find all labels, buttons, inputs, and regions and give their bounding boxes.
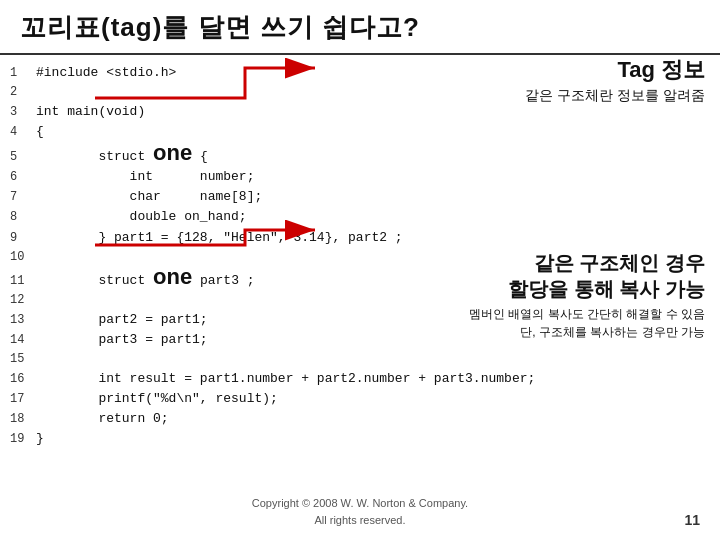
table-row: 18 return 0; — [10, 409, 710, 429]
line-number: 8 — [10, 208, 28, 227]
code-text: struct — [36, 147, 153, 167]
page-title: 꼬리표(tag)를 달면 쓰기 쉽다고? — [20, 12, 420, 42]
line-number: 11 — [10, 272, 28, 291]
keyword-one: one — [153, 266, 192, 288]
line-number: 14 — [10, 331, 28, 350]
struct-info-title: 같은 구조체인 경우 할당을 통해 복사 가능 — [469, 250, 705, 302]
line-number: 19 — [10, 430, 28, 449]
code-text: } — [36, 429, 44, 449]
code-text: #include <stdio.h> — [36, 63, 176, 83]
line-number: 17 — [10, 390, 28, 409]
line-number: 5 — [10, 148, 28, 167]
main-content: 1#include <stdio.h>23int main(void)4{5 s… — [0, 55, 720, 449]
line-number: 3 — [10, 103, 28, 122]
line-number: 7 — [10, 188, 28, 207]
code-text-after: { — [192, 147, 208, 167]
line-number: 15 — [10, 350, 28, 369]
table-row: 8 double on_hand; — [10, 207, 710, 227]
code-text-after: part3 ; — [192, 271, 254, 291]
table-row: 17 printf("%d\n", result); — [10, 389, 710, 409]
code-text: double on_hand; — [36, 207, 247, 227]
footer: Copyright © 2008 W. W. Norton & Company.… — [0, 495, 720, 528]
line-number: 2 — [10, 83, 28, 102]
code-text: part3 = part1; — [36, 330, 208, 350]
page-container: 꼬리표(tag)를 달면 쓰기 쉽다고? 1#include <stdio.h>… — [0, 0, 720, 540]
keyword-one: one — [153, 142, 192, 164]
table-row: 7 char name[8]; — [10, 187, 710, 207]
code-text: int main(void) — [36, 102, 145, 122]
code-text: return 0; — [36, 409, 169, 429]
copyright-text: Copyright © 2008 W. W. Norton & Company.… — [0, 495, 720, 528]
tag-info-description: 같은 구조체란 정보를 알려줌 — [525, 87, 705, 105]
table-row: 6 int number; — [10, 167, 710, 187]
table-row: 15 — [10, 350, 710, 369]
code-text: char name[8]; — [36, 187, 262, 207]
table-row: 4{ — [10, 122, 710, 142]
table-row: 5 struct one { — [10, 142, 710, 167]
tag-info-title: Tag 정보 — [525, 55, 705, 85]
code-text: struct — [36, 271, 153, 291]
code-text: int result = part1.number + part2.number… — [36, 369, 535, 389]
code-text: printf("%d\n", result); — [36, 389, 278, 409]
line-number: 9 — [10, 229, 28, 248]
line-number: 12 — [10, 291, 28, 310]
line-number: 6 — [10, 168, 28, 187]
line-number: 4 — [10, 123, 28, 142]
code-text: part2 = part1; — [36, 310, 208, 330]
footer-line1: Copyright © 2008 W. W. Norton & Company. — [252, 497, 468, 509]
table-row: 9 } part1 = {128, "Helen", 3.14}, part2 … — [10, 228, 710, 248]
line-number: 16 — [10, 370, 28, 389]
struct-info-box: 같은 구조체인 경우 할당을 통해 복사 가능 멤버인 배열의 복사도 간단히 … — [469, 250, 705, 341]
footer-line2: All rights reserved. — [314, 514, 405, 526]
code-text: } part1 = {128, "Helen", 3.14}, part2 ; — [36, 228, 403, 248]
tag-info-box: Tag 정보 같은 구조체란 정보를 알려줌 — [525, 55, 705, 105]
table-row: 16 int result = part1.number + part2.num… — [10, 369, 710, 389]
code-text: { — [36, 122, 44, 142]
table-row: 19} — [10, 429, 710, 449]
line-number: 1 — [10, 64, 28, 83]
line-number: 13 — [10, 311, 28, 330]
line-number: 18 — [10, 410, 28, 429]
page-number: 11 — [684, 512, 700, 528]
title-area: 꼬리표(tag)를 달면 쓰기 쉽다고? — [0, 0, 720, 55]
struct-info-description: 멤버인 배열의 복사도 간단히 해결할 수 있음 단, 구조체를 복사하는 경우… — [469, 305, 705, 341]
line-number: 10 — [10, 248, 28, 267]
code-text: int number; — [36, 167, 254, 187]
